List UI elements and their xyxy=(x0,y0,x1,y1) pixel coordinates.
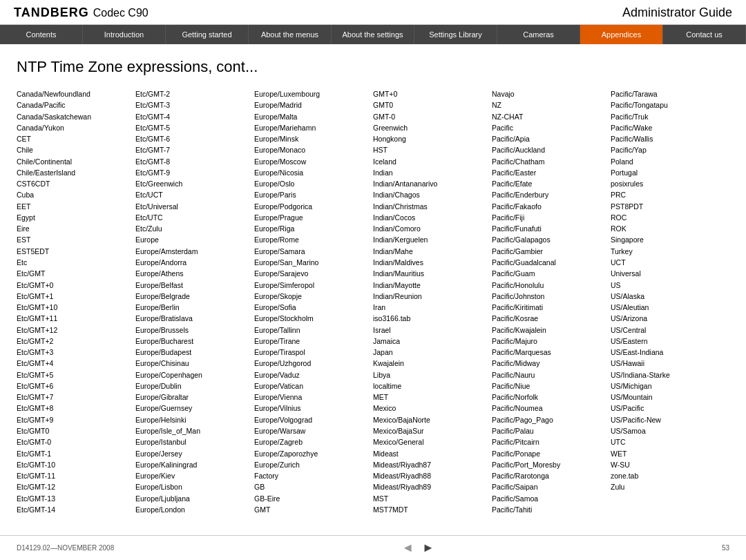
navbar-item-cameras[interactable]: Cameras xyxy=(497,25,580,44)
tz-entry: Indian xyxy=(373,167,485,178)
tz-entry: Iran xyxy=(373,302,485,313)
tz-entry: Mideast xyxy=(373,448,485,459)
tz-entry: Europe/Zagreb xyxy=(254,436,366,447)
tz-entry: Pacific/Tahiti xyxy=(492,504,604,515)
tz-entry: Etc/GMT-9 xyxy=(135,167,247,178)
tz-entry: Pacific/Palau xyxy=(492,425,604,436)
tz-column-1: Canada/NewfoundlandCanada/PacificCanada/… xyxy=(17,88,135,515)
tz-entry: Pacific/Fiji xyxy=(492,212,604,223)
tz-entry: Europe/Copenhagen xyxy=(135,369,247,380)
tz-entry: Etc/GMT+5 xyxy=(17,369,128,380)
tz-entry: Egypt xyxy=(17,212,128,223)
tz-entry: PRC xyxy=(611,189,723,200)
prev-page-button[interactable]: ◄ xyxy=(401,541,414,555)
navbar-item-appendices[interactable]: Appendices xyxy=(580,25,663,44)
tz-entry: Etc/GMT-14 xyxy=(17,504,128,515)
tz-entry: US/Pacific xyxy=(611,403,723,414)
tz-entry: GMT-0 xyxy=(373,111,485,122)
navbar-item-introduction[interactable]: Introduction xyxy=(83,25,166,44)
tz-entry: Pacific/Wake xyxy=(611,122,723,133)
tz-column-4: GMT+0GMT0GMT-0GreenwichHongkongHSTIcelan… xyxy=(373,88,492,515)
tz-entry: Mexico xyxy=(373,403,485,414)
tz-entry: MST7MDT xyxy=(373,504,485,515)
tz-entry: Pacific/Johnston xyxy=(492,291,604,302)
navbar-item-settings-library[interactable]: Settings Library xyxy=(414,25,497,44)
tz-entry: Etc/GMT-12 xyxy=(17,481,128,492)
navbar-item-about-the-menus[interactable]: About the menus xyxy=(249,25,332,44)
tz-entry: Pacific/Ponape xyxy=(492,448,604,459)
tz-entry: PST8PDT xyxy=(611,201,723,212)
tz-entry: Etc/GMT+6 xyxy=(17,380,128,392)
tz-entry: UTC xyxy=(611,436,723,447)
navbar-item-contents[interactable]: Contents xyxy=(0,25,83,44)
tz-entry: Europe/Zaporozhye xyxy=(254,448,366,459)
tz-entry: Europe/Warsaw xyxy=(254,425,366,436)
tz-entry: Europe/Tiraspol xyxy=(254,347,366,358)
navbar-item-contact-us[interactable]: Contact us xyxy=(663,25,746,44)
tz-entry: Europe/Vatican xyxy=(254,380,366,392)
tz-entry: Turkey xyxy=(611,246,723,257)
tz-entry: ROC xyxy=(611,212,723,223)
tz-entry: Pacific/Kiritimati xyxy=(492,302,604,313)
tz-entry: US/Indiana-Starke xyxy=(611,369,723,380)
tz-entry: Etc/UCT xyxy=(135,189,247,200)
tz-column-6: Pacific/TarawaPacific/TongatapuPacific/T… xyxy=(611,88,729,515)
tz-entry: GMT+0 xyxy=(373,88,485,99)
tz-entry: Pacific/Enderbury xyxy=(492,189,604,200)
tz-entry: Pacific/Nauru xyxy=(492,369,604,380)
tz-entry: Pacific/Tongatapu xyxy=(611,99,723,110)
guide-title: Administrator Guide xyxy=(622,6,732,20)
tz-entry: Zulu xyxy=(611,481,723,492)
tz-entry: EST5EDT xyxy=(17,246,128,257)
tz-entry: Pacific/Auckland xyxy=(492,144,604,155)
tz-entry: WET xyxy=(611,448,723,459)
tz-entry: Europe/Amsterdam xyxy=(135,246,247,257)
tz-entry: Europe/Sofia xyxy=(254,302,366,313)
tz-entry: Mideast/Riyadh87 xyxy=(373,459,485,470)
tz-entry: Europe/Belgrade xyxy=(135,291,247,302)
navigation-bar: ContentsIntroductionGetting startedAbout… xyxy=(0,25,746,44)
tz-entry: Etc/GMT-11 xyxy=(17,470,128,481)
tz-entry: Etc/GMT+2 xyxy=(17,336,128,347)
tz-entry: Pacific/Gambier xyxy=(492,246,604,257)
tz-entry: US/Pacific-New xyxy=(611,414,723,425)
tz-entry: Poland xyxy=(611,156,723,167)
navbar-item-about-the-settings[interactable]: About the settings xyxy=(332,25,414,44)
tz-entry: Etc/GMT+1 xyxy=(17,291,128,302)
page-title: NTP Time Zone expressions, cont... xyxy=(17,58,729,76)
tz-entry: Pacific xyxy=(492,122,604,133)
tz-entry: Pacific/Port_Moresby xyxy=(492,459,604,470)
tz-entry: Japan xyxy=(373,347,485,358)
tz-entry: Europe/Andorra xyxy=(135,257,247,268)
tz-entry: Europe/Madrid xyxy=(254,99,366,110)
tz-entry: Etc/UTC xyxy=(135,212,247,223)
tz-entry: Cuba xyxy=(17,189,128,200)
tz-entry: Canada/Pacific xyxy=(17,99,128,110)
tz-entry: Canada/Newfoundland xyxy=(17,88,128,99)
tz-entry: Indian/Reunion xyxy=(373,291,485,302)
tz-entry: Mideast/Riyadh89 xyxy=(373,481,485,492)
tz-entry: Etc/GMT-3 xyxy=(135,99,247,110)
tz-entry: Europe/Uzhgorod xyxy=(254,358,366,369)
tz-entry: Europe/Samara xyxy=(254,246,366,257)
tz-entry: Etc/GMT+7 xyxy=(17,392,128,403)
tz-entry: US/Aleutian xyxy=(611,302,723,313)
tz-entry: Europe/Guernsey xyxy=(135,403,247,414)
tz-entry: Europe/Gibraltar xyxy=(135,392,247,403)
navbar-item-getting-started[interactable]: Getting started xyxy=(166,25,249,44)
tz-entry: Indian/Mahe xyxy=(373,246,485,257)
tz-entry: Europe/Dublin xyxy=(135,380,247,392)
next-page-button[interactable]: ► xyxy=(422,541,434,555)
tz-entry: Mexico/BajaNorte xyxy=(373,414,485,425)
brand-tandberg: TANDBERG xyxy=(14,6,89,20)
tz-entry: Jamaica xyxy=(373,336,485,347)
tz-entry: Europe/Oslo xyxy=(254,178,366,189)
tz-entry: localtime xyxy=(373,380,485,392)
tz-entry: Indian/Mayotte xyxy=(373,280,485,291)
tz-entry: Etc/GMT-6 xyxy=(135,133,247,144)
tz-entry: Kwajalein xyxy=(373,358,485,369)
tz-entry: US/Hawaii xyxy=(611,358,723,369)
tz-entry: Chile/Continental xyxy=(17,156,128,167)
tz-entry: CET xyxy=(17,133,128,144)
tz-entry: GMT0 xyxy=(373,99,485,110)
